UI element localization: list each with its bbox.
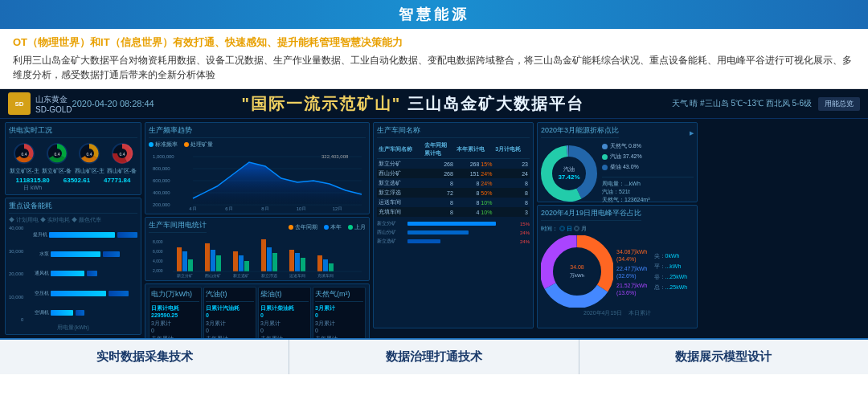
diesel-daily: 日累计柴油耗0 — [260, 304, 309, 318]
gas-yearly: 去年累计0 — [315, 335, 363, 338]
svg-text:12月: 12月 — [333, 206, 343, 210]
production-chart-svg: 1,000,000 800,000 600,000 400,000 200,00… — [149, 150, 366, 210]
bar-indicator-row-3: 新立选矿 24% — [377, 238, 530, 245]
right-panel: 2020年3月能源折标点比 ▶ — [537, 122, 698, 328]
svg-rect-40 — [244, 261, 249, 271]
month-toggle[interactable]: ◎ 月 — [574, 225, 587, 233]
power-stats-title: 生产车间用电统计 — [149, 220, 207, 233]
svg-rect-34 — [188, 259, 193, 271]
svg-text:8月: 8月 — [261, 206, 268, 210]
device-bar-row-4: 空压机 — [27, 290, 137, 297]
supply-status-panel: 供电实时工况 0.4 新立矿区-主 — [5, 122, 141, 195]
donut-svg: 汽油 37.42% — [541, 145, 597, 202]
gauge-3: 0.4 西山矿区-主 — [75, 141, 104, 175]
gauge-4-label: 西山矿区-备 — [107, 167, 137, 175]
svg-rect-36 — [211, 250, 215, 271]
svg-text:10月: 10月 — [297, 206, 307, 210]
section-label: 用能总览 — [818, 97, 860, 111]
gasoline-panel: 汽油(t) 日累计汽油耗0 3月累计0 去年累计0 — [203, 287, 256, 338]
key-device-chart: 40,000 30,000 20,000 10,000 0 提升机 — [9, 226, 137, 322]
svg-text:0.4: 0.4 — [119, 152, 125, 157]
page-title: 智慧能源 — [399, 6, 469, 22]
col-last-year: 去年同期累计电 — [423, 141, 455, 159]
table-row: 新立选矿 8 8 24% 8 — [377, 178, 530, 188]
svg-text:1,000,000: 1,000,000 — [153, 154, 174, 159]
title-quote: "国际一流示范矿山" — [241, 95, 401, 112]
peak-label-2: 22.47万kWh(32.6%) — [616, 265, 648, 279]
svg-text:充填车间: 充填车间 — [317, 273, 334, 278]
power-stats-legend: 去年同期 本年 上月 — [289, 223, 366, 231]
logo-icon: SD — [8, 92, 31, 115]
gas-monthly: 3月累计0 — [315, 320, 363, 333]
device-bar-row-2: 水泵 — [27, 251, 137, 258]
col-this-year: 本年累计电 — [455, 141, 493, 159]
dashboard-title-main: "国际一流示范矿山" 三山岛金矿大数据平台 — [154, 93, 672, 115]
donut-title: 2020年3月能源折标点比 — [541, 125, 619, 138]
col-monthly: 3月计电耗 — [493, 141, 530, 159]
svg-text:0.4: 0.4 — [54, 152, 59, 157]
table-row: 运送车间 8 8 10% 8 — [377, 198, 530, 207]
production-trend-panel: 生产频率趋势 标准频率 处理矿量 1,000,000 800,000 600 — [145, 122, 370, 214]
legend-last-month: 上月 — [348, 223, 366, 231]
device-bar-row-5: 空调机 — [27, 309, 137, 316]
footer-item-2: 数据治理打通技术 — [289, 340, 579, 374]
svg-rect-46 — [301, 258, 305, 271]
donut-legend: 天然气 0.8% 汽油 37.42% 柴油 43.0% 周电量：...kWh — [602, 142, 694, 204]
gauge-1-label: 新立矿区-主 — [10, 167, 39, 175]
svg-rect-47 — [317, 255, 322, 271]
energy-totals-panel: 电力(万kWh) 日累计电耗229590.25 3月累计0 去年累计0 汽油(t… — [145, 283, 370, 338]
gas-panel: 天然气(m³) 3月累计0 3月累计0 去年累计0 — [313, 287, 366, 338]
donut-chart-panel: 2020年3月能源折标点比 ▶ — [537, 122, 698, 202]
logo-text: 山东黄金SD-GOLD — [35, 94, 72, 114]
gasoline-title: 汽油(t) — [206, 289, 254, 302]
dashboard-content: 供电实时工况 0.4 新立矿区-主 — [0, 119, 868, 332]
svg-text:万kWh: 万kWh — [570, 273, 584, 278]
key-device-panel: 重点设备能耗 ◆ 计划用电 ◆ 实时电耗 ◆ 颜色代率 40,000 30,00… — [5, 198, 141, 335]
svg-rect-38 — [233, 251, 238, 271]
power-stats-chart: 8,000 6,000 4,000 2,000 — [149, 235, 366, 279]
donut-header: 2020年3月能源折标点比 ▶ — [541, 125, 694, 141]
middle-left-panel: 生产频率趋势 标准频率 处理矿量 1,000,000 800,000 600 — [145, 122, 370, 328]
svg-rect-45 — [295, 253, 300, 271]
svg-text:6月: 6月 — [225, 206, 232, 210]
peak-label-3: 21.52万kWh(13.6%) — [616, 282, 648, 296]
donut-values: 周电量：...kWh 汽油：521t 天然气：123624m³ — [602, 177, 694, 204]
production-trend-title: 生产频率趋势 — [149, 125, 366, 138]
gauge-1: 0.4 新立矿区-主 — [10, 141, 39, 175]
svg-text:0.4: 0.4 — [87, 152, 92, 157]
legend-tianranqi: 天然气 0.8% — [602, 142, 694, 150]
stat-total: 总：...25kWh — [654, 283, 688, 292]
workshop-table-title: 生产车间名称 — [377, 125, 530, 138]
svg-rect-49 — [329, 263, 334, 271]
svg-text:汽油: 汽油 — [563, 166, 575, 172]
description-highlight: OT（物理世界）和IT（信息世界）有效打通、快速感知、提升能耗管理智慧决策能力 — [13, 35, 855, 50]
peak-valley-panel: 2020年4月19日用电峰平谷占比 时间： ◎ 日 ◎ 月 — [537, 205, 698, 328]
svg-text:34.08: 34.08 — [570, 264, 584, 270]
electricity-yearly: 去年累计0 — [151, 335, 199, 338]
svg-text:600,000: 600,000 — [153, 178, 170, 183]
left-panel: 供电实时工况 0.4 新立矿区-主 — [5, 122, 141, 328]
dashboard-header: SD 山东黄金SD-GOLD 2020-04-20 08:28:44 "国际一流… — [0, 89, 868, 119]
diesel-monthly: 3月累计0 — [260, 320, 309, 333]
x-axis-label: 用电量(kWh) — [9, 324, 137, 332]
svg-text:8,000: 8,000 — [153, 239, 163, 244]
svg-text:322,403,008: 322,403,008 — [321, 154, 349, 159]
diesel-yearly: 去年累计0 — [260, 335, 309, 338]
key-device-title: 重点设备能耗 — [9, 201, 137, 214]
device-bars: 提升机 水泵 通风机 — [27, 226, 137, 322]
stat-main-2: 63502.61 — [63, 177, 90, 192]
table-row: 充填车间 8 4 10% 3 — [377, 207, 530, 217]
peak-date: 2020年4月19日 本日累计 — [541, 309, 694, 317]
day-toggle[interactable]: ◎ 日 — [559, 225, 572, 233]
peak-donut-container: 34.08 万kWh 34.08万kWh(34.4%) 22.47万kWh(32… — [541, 235, 694, 308]
svg-rect-33 — [182, 251, 187, 271]
stat-gu: 谷：...25kWh — [654, 273, 688, 281]
svg-text:4,000: 4,000 — [153, 259, 163, 263]
stat-ping: 平：...kWh — [654, 263, 688, 271]
supply-title: 供电实时工况 — [9, 125, 137, 138]
peak-labels: 34.08万kWh(34.4%) 22.47万kWh(32.6%) 21.52万… — [616, 248, 648, 296]
description-body: 利用三山岛金矿大数据平台对物资耗用数据、设备工况数据、生产作业量数据、工业自动化… — [13, 53, 855, 82]
svg-rect-37 — [216, 255, 221, 271]
donut-nav[interactable]: ▶ — [690, 130, 694, 137]
production-legend: 标准频率 处理矿量 — [149, 141, 366, 149]
